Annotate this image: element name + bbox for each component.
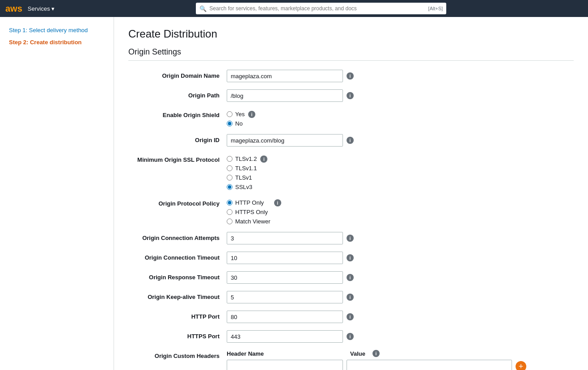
shield-yes-option[interactable]: Yes xyxy=(227,111,245,118)
enable-origin-shield-label: Enable Origin Shield xyxy=(128,109,227,118)
origin-protocol-row: Origin Protocol Policy HTTP Only HTTPS O… xyxy=(128,198,574,225)
origin-id-input[interactable] xyxy=(227,134,343,147)
custom-headers-inputs: + xyxy=(227,360,526,370)
shield-yes-radio[interactable] xyxy=(227,111,233,117)
ssl-sslv3-label: SSLv3 xyxy=(235,184,252,190)
origin-shield-radio-group: Yes No xyxy=(227,109,245,127)
min-ssl-row: Minimum Origin SSL Protocol TLSv1.2 TLSv… xyxy=(128,154,574,190)
http-port-info-icon[interactable]: i xyxy=(347,313,354,320)
enable-origin-shield-row: Enable Origin Shield Yes No i xyxy=(128,109,574,127)
custom-headers-field: Header Name Value i + xyxy=(227,350,574,370)
shield-no-option[interactable]: No xyxy=(227,120,245,127)
https-port-row: HTTPS Port i xyxy=(128,330,574,343)
ssl-info-icon[interactable]: i xyxy=(260,156,267,163)
origin-id-field: i xyxy=(227,134,574,147)
protocol-match-label: Match Viewer xyxy=(235,218,271,225)
protocol-http-radio[interactable] xyxy=(227,200,233,206)
header-name-col-label: Header Name xyxy=(227,350,343,357)
aws-logo[interactable]: aws xyxy=(5,4,22,13)
origin-domain-name-field: i xyxy=(227,70,574,82)
connection-attempts-input[interactable] xyxy=(227,232,343,244)
origin-protocol-field: HTTP Only HTTPS Only Match Viewer i xyxy=(227,198,574,225)
origin-shield-info-icon[interactable]: i xyxy=(248,111,255,118)
search-icon: 🔍 xyxy=(199,5,207,12)
services-chevron-icon: ▾ xyxy=(51,5,55,12)
shield-no-radio[interactable] xyxy=(227,121,233,126)
ssl-radio-group: TLSv1.2 TLSv1.1 TLSv1 SSLv3 xyxy=(227,154,257,190)
origin-domain-name-input[interactable] xyxy=(227,70,343,82)
min-ssl-label: Minimum Origin SSL Protocol xyxy=(128,154,227,163)
page-layout: Step 1: Select delivery method Step 2: C… xyxy=(0,17,588,370)
origin-path-info-icon[interactable]: i xyxy=(347,92,354,99)
services-button[interactable]: Services ▾ xyxy=(28,5,55,12)
connection-attempts-info-icon[interactable]: i xyxy=(347,235,354,242)
protocol-radio-group: HTTP Only HTTPS Only Match Viewer xyxy=(227,198,271,225)
origin-domain-name-row: Origin Domain Name i xyxy=(128,70,574,82)
protocol-info-icon[interactable]: i xyxy=(274,199,281,206)
connection-timeout-input[interactable] xyxy=(227,252,343,264)
value-col-label: Value xyxy=(350,350,365,357)
ssl-tlsv12-option[interactable]: TLSv1.2 xyxy=(227,156,257,162)
http-port-field: i xyxy=(227,311,574,323)
add-header-button[interactable]: + xyxy=(516,361,526,370)
http-port-label: HTTP Port xyxy=(128,311,227,320)
search-shortcut: [Alt+S] xyxy=(428,6,443,11)
custom-headers-row: Origin Custom Headers Header Name Value … xyxy=(128,350,574,370)
origin-domain-info-icon[interactable]: i xyxy=(347,72,354,80)
shield-yes-label: Yes xyxy=(235,111,245,118)
https-port-input[interactable] xyxy=(227,330,343,343)
sidebar-item-step2[interactable]: Step 2: Create distribution xyxy=(0,36,114,48)
origin-path-row: Origin Path i xyxy=(128,89,574,102)
origin-path-field: i xyxy=(227,89,574,102)
custom-headers-info-icon[interactable]: i xyxy=(372,350,380,357)
ssl-tlsv1-radio[interactable] xyxy=(227,175,233,181)
origin-path-input[interactable] xyxy=(227,89,343,102)
protocol-match-option[interactable]: Match Viewer xyxy=(227,218,271,225)
search-input[interactable] xyxy=(209,5,428,12)
keepalive-timeout-input[interactable] xyxy=(227,291,343,303)
header-name-input[interactable] xyxy=(227,360,343,370)
origin-id-row: Origin ID i xyxy=(128,134,574,147)
https-port-label: HTTPS Port xyxy=(128,330,227,340)
connection-timeout-info-icon[interactable]: i xyxy=(347,254,354,261)
response-timeout-field: i xyxy=(227,271,574,284)
http-port-input[interactable] xyxy=(227,311,343,323)
header-value-input[interactable] xyxy=(347,360,512,370)
sidebar-step1-label: Step 1: Select delivery method xyxy=(9,27,88,34)
https-port-info-icon[interactable]: i xyxy=(347,333,354,340)
custom-headers-col-labels: Header Name Value i xyxy=(227,350,380,357)
ssl-tlsv11-option[interactable]: TLSv1.1 xyxy=(227,165,257,172)
connection-attempts-field: i xyxy=(227,232,574,244)
sidebar-item-step1[interactable]: Step 1: Select delivery method xyxy=(0,24,114,36)
keepalive-timeout-info-icon[interactable]: i xyxy=(347,294,354,301)
main-content: Create Distribution Origin Settings Orig… xyxy=(114,17,588,370)
ssl-tlsv12-radio[interactable] xyxy=(227,156,233,162)
custom-headers-label: Origin Custom Headers xyxy=(128,350,227,359)
ssl-sslv3-option[interactable]: SSLv3 xyxy=(227,184,257,190)
protocol-http-option[interactable]: HTTP Only xyxy=(227,199,271,206)
connection-attempts-label: Origin Connection Attempts xyxy=(128,232,227,241)
protocol-https-option[interactable]: HTTPS Only xyxy=(227,209,271,215)
protocol-https-radio[interactable] xyxy=(227,209,233,215)
origin-id-label: Origin ID xyxy=(128,134,227,143)
connection-timeout-label: Origin Connection Timeout xyxy=(128,252,227,261)
origin-domain-name-label: Origin Domain Name xyxy=(128,70,227,79)
response-timeout-info-icon[interactable]: i xyxy=(347,274,354,281)
ssl-tlsv11-label: TLSv1.1 xyxy=(235,165,257,172)
http-port-row: HTTP Port i xyxy=(128,311,574,323)
ssl-tlsv11-radio[interactable] xyxy=(227,165,233,171)
enable-origin-shield-field: Yes No i xyxy=(227,109,574,127)
ssl-tlsv1-option[interactable]: TLSv1 xyxy=(227,174,257,181)
response-timeout-input[interactable] xyxy=(227,271,343,284)
keepalive-timeout-label: Origin Keep-alive Timeout xyxy=(128,291,227,300)
protocol-match-radio[interactable] xyxy=(227,219,233,224)
search-bar: 🔍 [Alt+S] xyxy=(196,3,446,14)
section-title: Origin Settings xyxy=(128,47,574,61)
connection-timeout-field: i xyxy=(227,252,574,264)
origin-id-info-icon[interactable]: i xyxy=(347,137,354,144)
aws-logo-text: aws xyxy=(5,4,22,13)
ssl-sslv3-radio[interactable] xyxy=(227,184,233,190)
keepalive-timeout-field: i xyxy=(227,291,574,303)
shield-no-label: No xyxy=(235,120,243,127)
ssl-tlsv1-label: TLSv1 xyxy=(235,174,252,181)
